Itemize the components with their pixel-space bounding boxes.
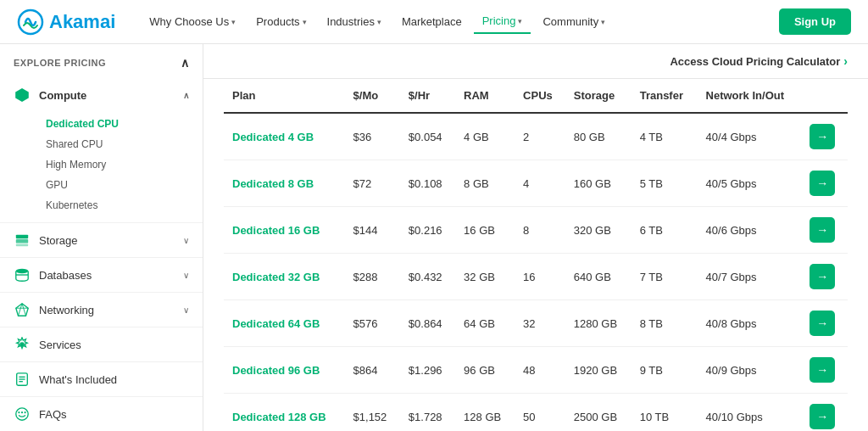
logo[interactable]: Akamai	[17, 8, 115, 36]
chevron-down-icon: ▾	[231, 18, 236, 26]
sidebar-item-compute[interactable]: Compute ∧	[0, 78, 203, 112]
sidebar-section-faqs: FAQs	[0, 397, 203, 431]
select-plan-button[interactable]: →	[810, 217, 835, 243]
cell-cpus: 8	[515, 207, 565, 254]
col-mo: $/Mo	[345, 79, 400, 113]
logo-text: Akamai	[49, 11, 115, 33]
plan-link[interactable]: Dedicated 96 GB	[232, 364, 320, 377]
sidebar-item-databases[interactable]: Databases ∨	[0, 258, 203, 292]
cell-hr: $1.728	[400, 394, 455, 432]
cell-mo: $72	[345, 160, 400, 207]
cell-ram: 16 GB	[455, 207, 515, 254]
select-plan-button[interactable]: →	[810, 264, 835, 289]
nav-community[interactable]: Community ▾	[534, 10, 614, 33]
nav-pricing[interactable]: Pricing ▾	[474, 9, 531, 34]
sidebar-item-whats-included[interactable]: What's Included	[0, 362, 203, 396]
sub-item-shared-cpu[interactable]: Shared CPU	[39, 134, 203, 154]
select-plan-button[interactable]: →	[810, 404, 835, 429]
svg-rect-4	[16, 244, 28, 247]
cell-cpus: 4	[515, 160, 565, 207]
nav-industries[interactable]: Industries ▾	[319, 10, 390, 33]
svg-point-14	[21, 411, 23, 413]
cell-ram: 4 GB	[455, 113, 515, 160]
svg-point-13	[18, 411, 19, 413]
plan-link[interactable]: Dedicated 64 GB	[232, 317, 320, 330]
cell-storage: 80 GB	[565, 113, 632, 160]
sub-item-gpu[interactable]: GPU	[39, 175, 203, 195]
nav-why-choose-us[interactable]: Why Choose Us ▾	[141, 10, 244, 33]
sidebar-section-whats-included: What's Included	[0, 362, 203, 397]
plan-link[interactable]: Dedicated 4 GB	[232, 131, 314, 143]
col-transfer: Transfer	[632, 79, 698, 113]
signup-button[interactable]: Sign Up	[779, 8, 851, 35]
table-header: Plan $/Mo $/Hr RAM CPUs Storage Transfer…	[224, 79, 848, 113]
pricing-table: Plan $/Mo $/Hr RAM CPUs Storage Transfer…	[224, 79, 848, 431]
cell-storage: 320 GB	[565, 207, 632, 254]
cell-ram: 128 GB	[455, 394, 515, 432]
sidebar-item-storage[interactable]: Storage ∨	[0, 223, 203, 257]
sidebar-header: EXPLORE PRICING ∧	[0, 44, 203, 78]
chevron-down-icon: ▾	[377, 18, 381, 26]
cell-network: 40/4 Gbps	[698, 113, 802, 160]
col-plan: Plan	[224, 79, 345, 113]
plan-link[interactable]: Dedicated 32 GB	[232, 271, 320, 283]
select-plan-button[interactable]: →	[810, 124, 835, 149]
plan-link[interactable]: Dedicated 16 GB	[232, 224, 320, 237]
cell-plan: Dedicated 4 GB	[224, 113, 345, 160]
cell-network: 40/9 Gbps	[698, 347, 802, 394]
sub-item-dedicated-cpu[interactable]: Dedicated CPU	[39, 114, 203, 134]
select-plan-button[interactable]: →	[810, 171, 835, 196]
sidebar-section-services: Services	[0, 327, 203, 362]
svg-rect-2	[16, 235, 28, 239]
cell-mo: $36	[345, 113, 400, 160]
cell-transfer: 8 TB	[632, 300, 698, 347]
plan-link[interactable]: Dedicated 8 GB	[232, 177, 314, 190]
compute-icon	[14, 87, 31, 104]
sidebar-section-networking: Networking ∨	[0, 293, 203, 327]
cell-action: →	[801, 300, 848, 347]
cell-mo: $864	[345, 347, 400, 394]
cell-hr: $0.864	[400, 300, 455, 347]
sidebar-item-faqs[interactable]: FAQs	[0, 397, 203, 431]
table-body: Dedicated 4 GB $36 $0.054 4 GB 2 80 GB 4…	[224, 113, 848, 431]
cell-cpus: 2	[515, 113, 565, 160]
select-plan-button[interactable]: →	[810, 357, 835, 383]
cell-hr: $0.432	[400, 254, 455, 300]
svg-point-5	[16, 269, 28, 273]
nav-products[interactable]: Products ▾	[248, 10, 314, 33]
svg-marker-1	[15, 88, 29, 102]
table-row: Dedicated 4 GB $36 $0.054 4 GB 2 80 GB 4…	[224, 113, 848, 160]
table-row: Dedicated 96 GB $864 $1.296 96 GB 48 192…	[224, 347, 848, 394]
cell-ram: 96 GB	[455, 347, 515, 394]
top-nav: Akamai Why Choose Us ▾ Products ▾ Indust…	[0, 0, 868, 44]
cell-mo: $576	[345, 300, 400, 347]
col-hr: $/Hr	[400, 79, 455, 113]
cell-action: →	[801, 254, 848, 300]
cell-action: →	[801, 394, 848, 432]
calc-link[interactable]: Access Cloud Pricing Calculator ›	[670, 54, 848, 68]
cell-action: →	[801, 113, 848, 160]
cell-action: →	[801, 160, 848, 207]
plan-link[interactable]: Dedicated 128 GB	[232, 411, 326, 423]
nav-marketplace[interactable]: Marketplace	[393, 10, 470, 33]
cell-storage: 1280 GB	[565, 300, 632, 347]
cell-mo: $1,152	[345, 394, 400, 432]
chevron-down-icon: ∨	[183, 305, 189, 315]
cell-mo: $288	[345, 254, 400, 300]
cell-storage: 1920 GB	[565, 347, 632, 394]
sub-item-kubernetes[interactable]: Kubernetes	[39, 195, 203, 216]
sidebar-item-services[interactable]: Services	[0, 327, 203, 361]
cell-hr: $1.296	[400, 347, 455, 394]
cell-network: 40/8 Gbps	[698, 300, 802, 347]
whats-included-icon	[14, 371, 31, 388]
collapse-icon[interactable]: ∧	[181, 56, 190, 70]
select-plan-button[interactable]: →	[810, 311, 835, 336]
logo-icon	[17, 8, 44, 36]
cell-network: 40/5 Gbps	[698, 160, 802, 207]
nav-links: Why Choose Us ▾ Products ▾ Industries ▾ …	[141, 9, 779, 34]
arrow-right-icon: ›	[843, 54, 848, 68]
sidebar-item-networking[interactable]: Networking ∨	[0, 293, 203, 327]
sub-item-high-memory[interactable]: High Memory	[39, 154, 203, 175]
cell-cpus: 16	[515, 254, 565, 300]
main-content: Access Cloud Pricing Calculator › Plan $…	[203, 44, 868, 431]
